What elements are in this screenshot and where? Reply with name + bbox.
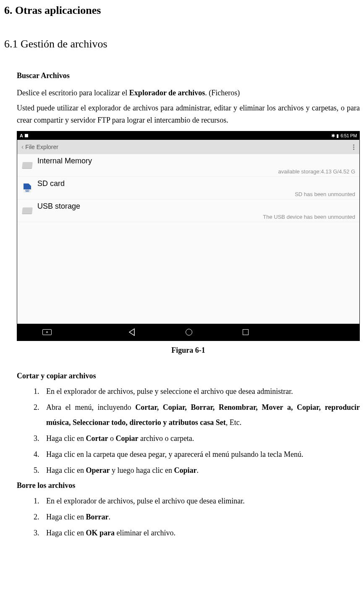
status-time: 6:51 PM: [340, 133, 357, 138]
folder-icon: [21, 161, 33, 170]
subhead-cortar: Cortar y copiar archivos: [17, 372, 360, 380]
list-item: Haga clic en OK para eliminar el archivo…: [41, 525, 360, 540]
title-text: File Explorer: [25, 144, 58, 150]
status-bar: A ✱ ▮ 6:51 PM: [17, 131, 359, 140]
list-item: Haga clic en la carpeta que desea pegar,…: [41, 447, 360, 462]
list-item-internal[interactable]: Internal Memory available storage:4.13 G…: [17, 154, 359, 177]
warning-icon: A: [20, 133, 23, 138]
list-cortar: En el explorador de archivos, pulse y se…: [17, 384, 360, 478]
para-usted: Usted puede utilizar el explorador de ar…: [17, 102, 360, 127]
back-icon[interactable]: ‹: [21, 143, 24, 151]
image-icon: [25, 133, 28, 138]
heading-6: 6. Otras aplicaciones: [4, 4, 360, 17]
list-item-usb[interactable]: USB storage The USB device has been unmo…: [17, 199, 359, 222]
list-item-sd[interactable]: SD SD card SD has been unmounted: [17, 177, 359, 199]
list-item: En el explorador de archivos, pulse el a…: [41, 493, 360, 509]
sd-card-icon: SD: [21, 184, 33, 192]
title-bar: ‹ File Explorer: [17, 140, 359, 154]
list-borre: En el explorador de archivos, pulse el a…: [17, 493, 360, 540]
subhead-buscar: Buscar Archivos: [17, 71, 360, 80]
screenshot-icon[interactable]: [42, 329, 52, 335]
list-item: En el explorador de archivos, pulse y se…: [41, 384, 360, 399]
nav-back-icon[interactable]: [128, 328, 135, 336]
bluetooth-icon: ✱: [331, 133, 335, 139]
subhead-borre: Borre los archivos: [17, 481, 360, 490]
heading-6-1: 6.1 Gestión de archivos: [4, 38, 360, 50]
nav-home-icon[interactable]: [186, 329, 192, 336]
overflow-menu-icon[interactable]: [353, 144, 355, 150]
battery-icon: ▮: [336, 133, 339, 139]
para-deslice: Deslice el escritorio para localizar el …: [17, 87, 360, 100]
nav-bar: [17, 324, 359, 341]
list-item: Haga clic en Borrar.: [41, 509, 360, 524]
nav-recent-icon[interactable]: [243, 329, 249, 335]
list-item: Haga clic en Operar y luego haga clic en…: [41, 463, 360, 478]
figure-caption: Figura 6-1: [17, 346, 360, 355]
list-item: Abra el menú, incluyendo Cortar, Copiar,…: [41, 400, 360, 430]
folder-icon: [21, 207, 33, 215]
storage-list: Internal Memory available storage:4.13 G…: [17, 154, 359, 324]
app-screenshot: A ✱ ▮ 6:51 PM ‹ File Explorer Internal M…: [17, 131, 360, 341]
list-item: Haga clic en Cortar o Copiar archivo o c…: [41, 431, 360, 446]
